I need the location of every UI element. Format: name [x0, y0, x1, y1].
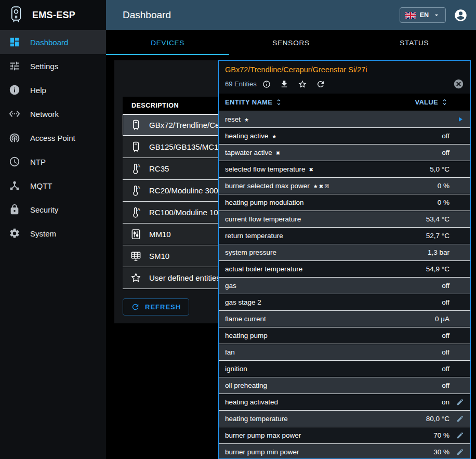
entity-row[interactable]: tapwater active✖off	[219, 145, 470, 161]
device-name: User defined entities	[149, 273, 220, 282]
entity-value: off	[442, 332, 449, 339]
svg-text:A: A	[137, 185, 140, 190]
entity-name: tapwater active✖	[225, 149, 442, 156]
entity-name: heating temperature	[225, 415, 426, 423]
entity-name: heating activated	[225, 398, 442, 406]
entity-name: heating pump modulation	[225, 199, 438, 206]
column-description: DESCRIPTION	[131, 102, 179, 109]
entity-row[interactable]: heating pumpoff	[219, 327, 470, 344]
sidebar-item-label: System	[30, 229, 56, 238]
sort-value-icon[interactable]	[441, 98, 448, 106]
entity-row[interactable]: heating active★off	[219, 128, 470, 145]
device-name: RC35	[149, 164, 169, 173]
tabs: DEVICESSENSORSSTATUS	[106, 30, 476, 55]
entity-row[interactable]: oil preheatingoff	[219, 377, 470, 394]
sort-entity-name-icon[interactable]	[275, 98, 283, 106]
sidebar-item-security[interactable]: Security	[0, 198, 106, 221]
sidebar-item-system[interactable]: System	[0, 221, 106, 245]
account-icon[interactable]	[454, 8, 468, 22]
edit-icon[interactable]	[449, 398, 470, 406]
close-icon[interactable]	[453, 78, 464, 89]
entity-name: gas stage 2	[225, 298, 442, 306]
tab-status[interactable]: STATUS	[353, 30, 476, 55]
entity-value: off	[442, 282, 449, 290]
language-selector[interactable]: EN	[400, 7, 446, 23]
edit-icon[interactable]	[449, 431, 470, 439]
tab-devices[interactable]: DEVICES	[106, 30, 229, 55]
entity-name: actual boiler temperature	[225, 265, 426, 273]
sidebar-item-access-point[interactable]: Access Point	[0, 126, 106, 150]
device-name: RC100/Moduline 100	[149, 208, 222, 217]
sidebar-item-settings[interactable]: Settings	[0, 54, 106, 78]
sidebar-nav: DashboardSettingsHelpNetworkAccess Point…	[0, 30, 106, 245]
sidebar-item-label: Help	[30, 86, 46, 95]
entity-name: fan	[225, 348, 442, 356]
tab-sensors[interactable]: SENSORS	[229, 30, 352, 55]
sidebar-item-help[interactable]: Help	[0, 78, 106, 102]
sidebar-item-mqtt[interactable]: MQTT	[0, 174, 106, 198]
entity-flag-icons: ★	[244, 117, 250, 123]
sidebar-item-label: Security	[30, 205, 58, 214]
entity-value: 0 µA	[435, 315, 449, 323]
boiler-logo-icon	[7, 6, 25, 24]
chevron-down-icon	[432, 11, 441, 19]
sidebar-item-ntp[interactable]: NTP	[0, 150, 106, 174]
entity-value: 0 %	[438, 199, 449, 206]
entity-row[interactable]: actual boiler temperature54,9 °C	[219, 261, 470, 278]
entity-value: 30 %	[433, 448, 449, 456]
entity-flag-icons: ✖	[309, 167, 314, 173]
entity-row[interactable]: gasoff	[219, 278, 470, 294]
gear-icon	[9, 228, 20, 239]
tune-icon	[9, 60, 20, 72]
entity-row[interactable]: burner pump max power70 %	[219, 427, 470, 444]
sidebar-item-label: MQTT	[30, 181, 52, 190]
entity-name: selected flow temperature✖	[225, 165, 430, 173]
refresh-button-label: REFRESH	[145, 303, 181, 311]
edit-icon[interactable]	[449, 448, 470, 456]
entity-row[interactable]: heating activatedon	[219, 394, 470, 411]
entity-row[interactable]: flame current0 µA	[219, 311, 470, 327]
execute-icon[interactable]	[449, 115, 470, 123]
download-icon[interactable]	[280, 80, 289, 89]
sidebar-item-label: Settings	[30, 62, 58, 71]
star-icon	[130, 272, 142, 284]
column-entity-name: ENTITY NAME	[225, 98, 272, 106]
entity-row[interactable]: reset★	[219, 111, 470, 128]
entity-value: 0 %	[438, 182, 449, 190]
favorites-star-icon[interactable]	[298, 80, 307, 89]
entity-row[interactable]: ignitionoff	[219, 361, 470, 377]
device-name: RC20/Moduline 300	[149, 186, 218, 195]
help-icon	[9, 84, 20, 96]
sidebar-item-network[interactable]: Network	[0, 102, 106, 126]
entity-row[interactable]: fanoff	[219, 344, 470, 361]
device-name: GBx72/Trendline/Cera	[149, 121, 227, 129]
sidebar-item-label: Dashboard	[30, 38, 68, 47]
entity-value: 80,0 °C	[426, 415, 449, 423]
entity-value: 70 %	[433, 431, 449, 439]
entity-name: burner pump max power	[225, 431, 433, 439]
refresh-icon	[131, 303, 140, 311]
refresh-button[interactable]: REFRESH	[123, 298, 189, 316]
thermostat-icon: A	[130, 163, 142, 175]
entity-row[interactable]: return temperature52,7 °C	[219, 228, 470, 244]
entity-flag-icons: ✖	[276, 150, 281, 156]
refresh-entities-icon[interactable]	[316, 80, 325, 89]
entity-name: heating active★	[225, 132, 442, 140]
thermostat-icon: A	[130, 185, 142, 196]
entity-row[interactable]: system pressure1,3 bar	[219, 244, 470, 261]
entity-row[interactable]: selected flow temperature✖5,0 °C	[219, 161, 470, 178]
entity-row[interactable]: heating pump modulation0 %	[219, 194, 470, 211]
wifi-icon	[9, 132, 20, 143]
clock-icon	[9, 156, 20, 167]
entity-row[interactable]: current flow temperature53,4 °C	[219, 211, 470, 228]
sidebar-item-dashboard[interactable]: Dashboard	[0, 30, 106, 54]
entity-row[interactable]: burner pump min power30 %	[219, 444, 470, 458]
entity-name: reset★	[225, 115, 449, 123]
entity-row[interactable]: burner selected max power★✖☒0 %	[219, 178, 470, 194]
entity-value: on	[442, 398, 449, 406]
svg-text:A: A	[137, 207, 140, 212]
edit-icon[interactable]	[449, 415, 470, 423]
info-icon[interactable]	[262, 80, 271, 88]
entity-row[interactable]: gas stage 2off	[219, 294, 470, 311]
entity-row[interactable]: heating temperature80,0 °C	[219, 411, 470, 427]
